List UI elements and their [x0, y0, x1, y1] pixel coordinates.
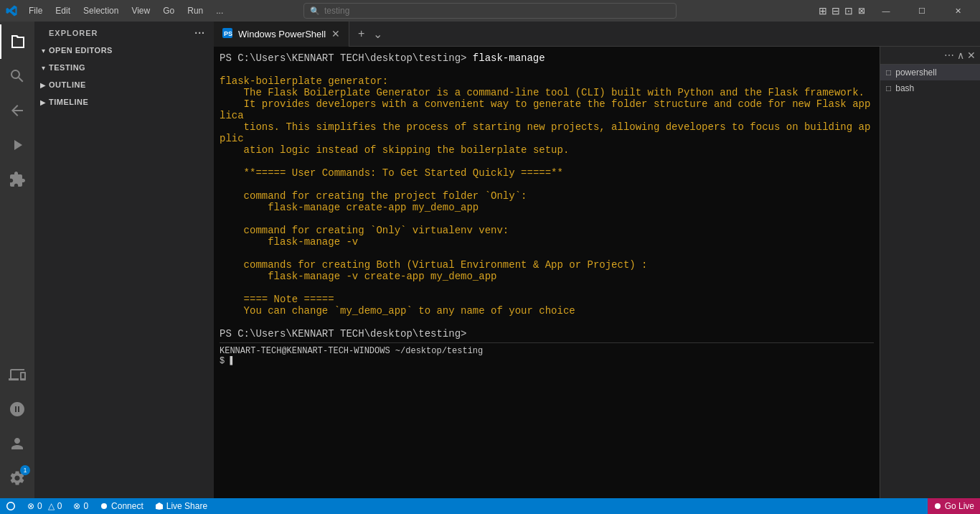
status-connect[interactable]: Connect	[94, 498, 149, 514]
add-terminal-button[interactable]: +	[355, 26, 367, 42]
sidebar-header: Explorer ···	[34, 22, 214, 42]
menu-run[interactable]: Run	[182, 4, 209, 17]
powershell-list-icon: □	[886, 67, 891, 78]
close-button[interactable]: ✕	[941, 0, 974, 22]
menu-view[interactable]: View	[126, 4, 156, 17]
svg-point-2	[935, 503, 941, 509]
bash-list-icon: □	[886, 83, 891, 93]
docker-icon	[9, 401, 26, 418]
extensions-icon	[9, 171, 26, 188]
status-liveshare[interactable]: Live Share	[149, 498, 213, 514]
terminal-panel-collapse-button[interactable]: ∧	[957, 50, 964, 61]
sidebar-testing-section: ▾ TESTING	[34, 59, 214, 76]
accounts-icon	[9, 435, 26, 452]
activity-bottom: 1	[0, 358, 34, 495]
vscode-logo-icon	[6, 5, 17, 17]
testing-label: TESTING	[49, 63, 85, 72]
terminal-sidebar-panel: ⋯ ∧ ✕ □ powershell □ bash	[880, 47, 980, 498]
terminal-main[interactable]: PS C:\Users\KENNART TECH\desktop\testing…	[214, 47, 880, 498]
testing-header[interactable]: ▾ TESTING	[34, 60, 214, 75]
titlebar-left: File Edit Selection View Go Run ...	[6, 4, 229, 17]
golive-icon	[933, 502, 942, 510]
sidebar-title: Explorer	[49, 29, 98, 37]
remote-explorer-icon	[9, 366, 26, 383]
activity-extensions[interactable]	[0, 162, 34, 197]
terminal-panel-close-button[interactable]: ✕	[967, 50, 976, 61]
powershell-tab-label: Windows PowerShell	[238, 29, 326, 39]
open-editors-label: OPEN EDITORS	[49, 46, 113, 55]
powershell-list-label: powershell	[895, 67, 936, 78]
terminal-list-powershell[interactable]: □ powershell	[880, 65, 980, 80]
terminal-body: PS C:\Users\KENNART TECH\desktop\testing…	[214, 47, 980, 498]
titlebar-center: 🔍	[303, 3, 677, 19]
terminal-output-desc1: The Flask Boilerplate Generator is a com…	[220, 87, 864, 98]
powershell-tab-icon: PS	[222, 28, 232, 40]
status-right: Go Live	[928, 498, 980, 514]
powershell-tab-close-icon[interactable]: ✕	[331, 28, 340, 39]
sidebar-more-button[interactable]: ···	[194, 27, 205, 39]
activity-docker[interactable]	[0, 392, 34, 426]
golive-label: Go Live	[945, 501, 974, 511]
terminal-output-desc4: ation logic instead of skipping the boil…	[220, 144, 569, 156]
terminal-panel-more-button[interactable]: ⋯	[944, 50, 954, 61]
customize-layout-icon[interactable]: ⊠	[857, 6, 867, 16]
search-activity-icon	[9, 67, 26, 85]
warning-icon: △	[48, 501, 55, 511]
activity-settings[interactable]: 1	[0, 461, 34, 495]
terminal-list-bash[interactable]: □ bash	[880, 80, 980, 96]
testing-chevron-icon: ▾	[37, 62, 49, 73]
activity-run-debug[interactable]	[0, 128, 34, 162]
run-debug-icon	[9, 136, 26, 154]
sidebar-open-editors-section: ▾ OPEN EDITORS	[34, 42, 214, 59]
status-bar: ⊗ 0 △ 0 ⊗ 0 Connect Live Share Go Live	[0, 498, 980, 514]
sidebar-outline-section: ▶ OUTLINE	[34, 76, 214, 93]
search-input[interactable]	[324, 6, 670, 16]
terminal-panel: PS Windows PowerShell ✕ + ⌄ PS C:\Users\…	[214, 22, 980, 498]
maximize-button[interactable]: ☐	[905, 0, 938, 22]
titlebar: File Edit Selection View Go Run ... 🔍 ⊞ …	[0, 0, 980, 22]
terminal-tabs: PS Windows PowerShell ✕ + ⌄	[214, 22, 980, 47]
terminal-output-note: You can change `my_demo_app` to any name…	[220, 305, 575, 317]
terminal-command-1: flask-manage	[473, 52, 545, 64]
activity-remote-explorer[interactable]	[0, 358, 34, 392]
terminal-prompt-1: PS C:\Users\KENNART TECH\desktop\testing…	[220, 52, 473, 64]
activity-source-control[interactable]	[0, 93, 34, 128]
menu-edit[interactable]: Edit	[50, 4, 76, 17]
activity-accounts[interactable]	[0, 426, 34, 461]
terminal-output-desc2: It provides developers with a convenient…	[220, 98, 870, 121]
activity-search[interactable]	[0, 59, 34, 93]
status-remote[interactable]	[0, 498, 22, 514]
minimize-button[interactable]: —	[870, 0, 903, 22]
layout-toggle-icon[interactable]: ⊞	[818, 6, 828, 16]
liveshare-icon	[155, 502, 164, 510]
open-editors-chevron-icon: ▾	[37, 45, 49, 56]
status-errors[interactable]: ⊗ 0 △ 0	[22, 498, 67, 514]
status-info[interactable]: ⊗ 0	[67, 498, 94, 514]
terminal-output-header: **===== User Commands: To Get Started Qu…	[220, 167, 563, 179]
terminal-chevron-button[interactable]: ⌄	[370, 26, 385, 42]
outline-header[interactable]: ▶ OUTLINE	[34, 78, 214, 92]
titlebar-right: ⊞ ⊟ ⊡ ⊠ — ☐ ✕	[818, 0, 974, 22]
bash-user-line: KENNART-TECH@KENNART-TECH-WINDOWS ~/desk…	[220, 346, 874, 356]
powershell-tab[interactable]: PS Windows PowerShell ✕	[214, 22, 349, 47]
timeline-header[interactable]: ▶ TIMELINE	[34, 95, 214, 109]
liveshare-label: Live Share	[166, 501, 207, 511]
menu-file[interactable]: File	[23, 4, 48, 17]
outline-label: OUTLINE	[49, 80, 86, 89]
timeline-chevron-icon: ▶	[37, 96, 49, 108]
menu-selection[interactable]: Selection	[77, 4, 124, 17]
panel-toggle-icon[interactable]: ⊟	[831, 6, 841, 16]
status-golive[interactable]: Go Live	[928, 498, 980, 514]
activity-bar: 1	[0, 22, 34, 498]
activity-explorer[interactable]	[0, 24, 34, 59]
main-layout: 1 Explorer ··· ▾ OPEN EDITORS ▾ TESTING …	[0, 22, 980, 498]
terminal-output-cmd1: flask-manage create-app my_demo_app	[220, 202, 479, 213]
menu-more[interactable]: ...	[210, 4, 229, 17]
open-editors-header[interactable]: ▾ OPEN EDITORS	[34, 43, 214, 57]
menu-go[interactable]: Go	[157, 4, 180, 17]
svg-text:PS: PS	[224, 30, 232, 37]
warning-count: 0	[57, 501, 62, 511]
error-count: 0	[37, 501, 42, 511]
command-palette-bar[interactable]: 🔍	[303, 3, 677, 19]
split-editor-icon[interactable]: ⊡	[844, 6, 854, 16]
